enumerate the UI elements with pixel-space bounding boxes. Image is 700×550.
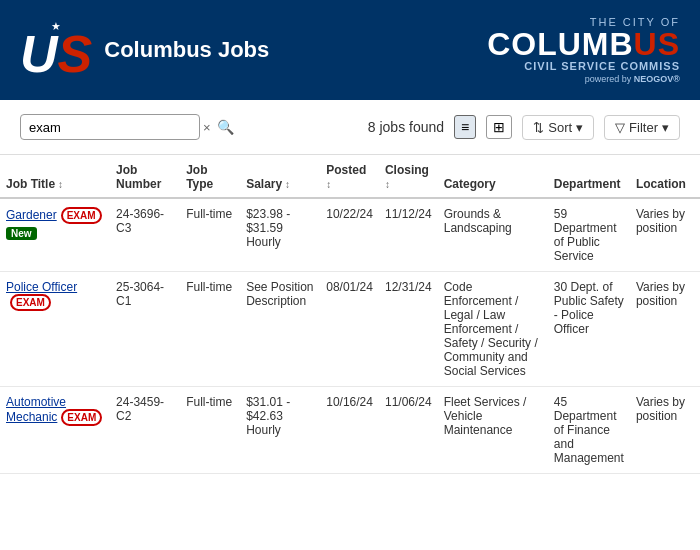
posted-cell: 10/16/24 [320, 387, 379, 474]
col-header-job-type: Job Type [180, 155, 240, 198]
col-header-category: Category [438, 155, 548, 198]
job-title-link[interactable]: Gardener [6, 208, 57, 222]
location-cell: Varies by position [630, 272, 700, 387]
jobs-found-count: 8 jobs found [368, 119, 444, 135]
department-cell: 30 Dept. of Public Safety - Police Offic… [548, 272, 630, 387]
location-cell: Varies by position [630, 198, 700, 272]
job-number-cell: 24-3459-C2 [110, 387, 180, 474]
site-title: Columbus Jobs [104, 37, 269, 63]
closing-cell: 12/31/24 [379, 272, 438, 387]
category-cell: Grounds & Landscaping [438, 198, 548, 272]
col-header-department: Department [548, 155, 630, 198]
col-header-closing[interactable]: Closing [379, 155, 438, 198]
salary-cell: $23.98 - $31.59 Hourly [240, 198, 320, 272]
posted-cell: 10/22/24 [320, 198, 379, 272]
search-controls: 8 jobs found ≡ ⊞ ⇅ Sort ▾ ▽ Filter ▾ [368, 115, 680, 140]
job-type-cell: Full-time [180, 387, 240, 474]
sort-label: Sort [548, 120, 572, 135]
job-title-link[interactable]: Automotive Mechanic [6, 395, 66, 424]
jobs-table: Job Title Job Number Job Type Salary Pos… [0, 155, 700, 474]
filter-button[interactable]: ▽ Filter ▾ [604, 115, 680, 140]
location-cell: Varies by position [630, 387, 700, 474]
job-number-cell: 24-3696-C3 [110, 198, 180, 272]
powered-by-label: powered by NEOGOV® [487, 74, 680, 84]
us-logo-text: US [20, 28, 92, 80]
sort-button[interactable]: ⇅ Sort ▾ [522, 115, 594, 140]
search-bar: × 🔍 8 jobs found ≡ ⊞ ⇅ Sort ▾ ▽ Filter ▾ [0, 100, 700, 155]
department-cell: 45 Department of Finance and Management [548, 387, 630, 474]
new-badge: New [6, 227, 37, 240]
exam-badge: EXAM [61, 207, 102, 224]
table-row: Automotive MechanicEXAM24-3459-C2Full-ti… [0, 387, 700, 474]
category-cell: Code Enforcement / Legal / Law Enforceme… [438, 272, 548, 387]
search-submit-button[interactable]: 🔍 [217, 119, 234, 135]
table-row: GardenerEXAMNew24-3696-C3Full-time$23.98… [0, 198, 700, 272]
col-header-job-title[interactable]: Job Title [0, 155, 110, 198]
header-right: THE CITY OF COLUMBUS CIVIL SERVICE COMMI… [487, 16, 680, 84]
closing-cell: 11/12/24 [379, 198, 438, 272]
closing-cell: 11/06/24 [379, 387, 438, 474]
job-type-cell: Full-time [180, 272, 240, 387]
list-view-button[interactable]: ≡ [454, 115, 476, 139]
search-input[interactable] [29, 120, 197, 135]
filter-label: Filter [629, 120, 658, 135]
job-type-cell: Full-time [180, 198, 240, 272]
table-row: Police OfficerEXAM25-3064-C1Full-timeSee… [0, 272, 700, 387]
col-header-salary[interactable]: Salary [240, 155, 320, 198]
page-header: ★ US Columbus Jobs THE CITY OF COLUMBUS … [0, 0, 700, 100]
sort-chevron-icon: ▾ [576, 120, 583, 135]
sort-icon: ⇅ [533, 120, 544, 135]
clear-search-icon[interactable]: × [203, 120, 211, 135]
salary-cell: $31.01 - $42.63 Hourly [240, 387, 320, 474]
exam-badge: EXAM [61, 409, 102, 426]
job-title-link[interactable]: Police Officer [6, 280, 77, 294]
posted-cell: 08/01/24 [320, 272, 379, 387]
us-logo: ★ US [20, 21, 92, 80]
search-input-wrap[interactable]: × 🔍 [20, 114, 200, 140]
columbus-label: COLUMBUS [487, 28, 680, 60]
grid-view-button[interactable]: ⊞ [486, 115, 512, 139]
table-header-row: Job Title Job Number Job Type Salary Pos… [0, 155, 700, 198]
job-number-cell: 25-3064-C1 [110, 272, 180, 387]
filter-chevron-icon: ▾ [662, 120, 669, 135]
col-header-posted[interactable]: Posted [320, 155, 379, 198]
col-header-job-number: Job Number [110, 155, 180, 198]
col-header-location: Location [630, 155, 700, 198]
header-left: ★ US Columbus Jobs [20, 21, 269, 80]
filter-icon: ▽ [615, 120, 625, 135]
exam-badge: EXAM [10, 294, 51, 311]
category-cell: Fleet Services / Vehicle Maintenance [438, 387, 548, 474]
salary-cell: See Position Description [240, 272, 320, 387]
department-cell: 59 Department of Public Service [548, 198, 630, 272]
